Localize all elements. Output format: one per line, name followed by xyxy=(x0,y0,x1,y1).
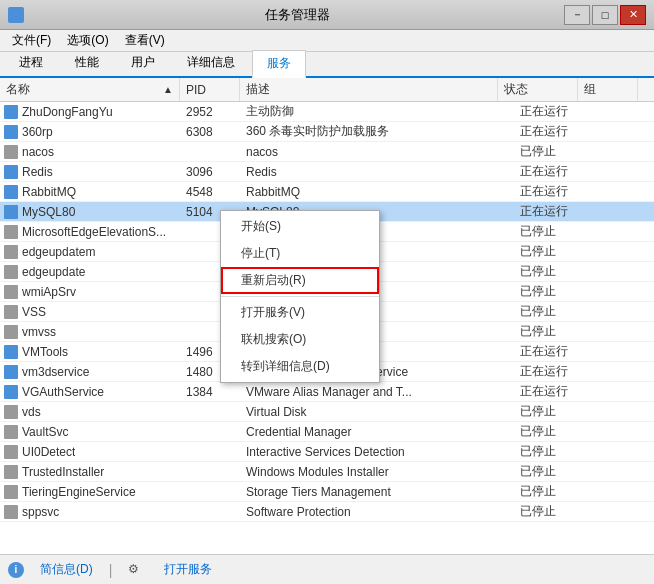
col-header-status[interactable]: 状态 xyxy=(498,78,578,101)
menu-file[interactable]: 文件(F) xyxy=(4,30,59,51)
tab-detail[interactable]: 详细信息 xyxy=(172,49,250,76)
main-content: 名称 ▲ PID 描述 状态 组 ZhuDongFangYu 2952 主动防御… xyxy=(0,78,654,554)
cell-status: 已停止 xyxy=(514,503,594,520)
table-header: 名称 ▲ PID 描述 状态 组 xyxy=(0,78,654,102)
cell-status: 正在运行 xyxy=(514,383,594,400)
table-row[interactable]: TieringEngineService Storage Tiers Manag… xyxy=(0,482,654,502)
table-row[interactable]: Redis 3096 Redis 正在运行 xyxy=(0,162,654,182)
tab-performance[interactable]: 性能 xyxy=(60,49,114,76)
cell-status: 正在运行 xyxy=(514,203,594,220)
service-icon xyxy=(4,225,18,239)
service-icon xyxy=(4,385,18,399)
menu-view[interactable]: 查看(V) xyxy=(117,30,173,51)
cell-status: 正在运行 xyxy=(514,163,594,180)
table-row[interactable]: sppsvc Software Protection 已停止 xyxy=(0,502,654,522)
ctx-search[interactable]: 联机搜索(O) xyxy=(221,326,379,353)
cell-pid: 2952 xyxy=(180,105,240,119)
simple-info-link[interactable]: 简信息(D) xyxy=(40,561,93,578)
table-row[interactable]: VGAuthService 1384 VMware Alias Manager … xyxy=(0,382,654,402)
service-icon xyxy=(4,205,18,219)
cell-status: 正在运行 xyxy=(514,103,594,120)
table-row[interactable]: vds Virtual Disk 已停止 xyxy=(0,402,654,422)
service-icon xyxy=(4,245,18,259)
cell-name: Redis xyxy=(0,165,180,179)
cell-status: 正在运行 xyxy=(514,123,594,140)
tab-process[interactable]: 进程 xyxy=(4,49,58,76)
ctx-stop[interactable]: 停止(T) xyxy=(221,240,379,267)
cell-status: 正在运行 xyxy=(514,363,594,380)
cell-name: wmiApSrv xyxy=(0,285,180,299)
app-icon xyxy=(8,7,24,23)
cell-name: edgeupdate xyxy=(0,265,180,279)
cell-desc: Credential Manager xyxy=(240,425,514,439)
table-row[interactable]: nacos nacos 已停止 xyxy=(0,142,654,162)
gear-icon: ⚙ xyxy=(128,562,144,578)
table-row[interactable]: TrustedInstaller Windows Modules Install… xyxy=(0,462,654,482)
maximize-button[interactable]: □ xyxy=(592,5,618,25)
cell-status: 已停止 xyxy=(514,443,594,460)
close-button[interactable]: ✕ xyxy=(620,5,646,25)
cell-status: 已停止 xyxy=(514,323,594,340)
tab-users[interactable]: 用户 xyxy=(116,49,170,76)
cell-name: MicrosoftEdgeElevationS... xyxy=(0,225,180,239)
service-icon xyxy=(4,485,18,499)
service-icon xyxy=(4,325,18,339)
cell-name: sppsvc xyxy=(0,505,180,519)
cell-desc: Virtual Disk xyxy=(240,405,514,419)
col-header-pid[interactable]: PID xyxy=(180,78,240,101)
ctx-goto-detail[interactable]: 转到详细信息(D) xyxy=(221,353,379,380)
table-row[interactable]: RabbitMQ 4548 RabbitMQ 正在运行 xyxy=(0,182,654,202)
col-header-desc[interactable]: 描述 xyxy=(240,78,498,101)
service-icon xyxy=(4,185,18,199)
window-controls: － □ ✕ xyxy=(564,5,646,25)
service-icon xyxy=(4,105,18,119)
cell-pid: 6308 xyxy=(180,125,240,139)
cell-name: MySQL80 xyxy=(0,205,180,219)
cell-desc: Redis xyxy=(240,165,514,179)
service-icon xyxy=(4,285,18,299)
cell-name: nacos xyxy=(0,145,180,159)
ctx-open-service[interactable]: 打开服务(V) xyxy=(221,299,379,326)
ctx-restart[interactable]: 重新启动(R) xyxy=(221,267,379,294)
cell-desc: 360 杀毒实时防护加载服务 xyxy=(240,123,514,140)
cell-name: vds xyxy=(0,405,180,419)
col-header-group[interactable]: 组 xyxy=(578,78,638,101)
context-menu: 开始(S) 停止(T) 重新启动(R) 打开服务(V) 联机搜索(O) 转到详细… xyxy=(220,210,380,383)
cell-name: VSS xyxy=(0,305,180,319)
service-icon xyxy=(4,425,18,439)
table-row[interactable]: UI0Detect Interactive Services Detection… xyxy=(0,442,654,462)
table-row[interactable]: 360rp 6308 360 杀毒实时防护加载服务 正在运行 xyxy=(0,122,654,142)
cell-desc: nacos xyxy=(240,145,514,159)
status-separator: | xyxy=(109,562,113,578)
menu-options[interactable]: 选项(O) xyxy=(59,30,116,51)
cell-pid: 1384 xyxy=(180,385,240,399)
open-service-link[interactable]: 打开服务 xyxy=(164,561,212,578)
col-header-name[interactable]: 名称 ▲ xyxy=(0,78,180,101)
title-bar: 任务管理器 － □ ✕ xyxy=(0,0,654,30)
tab-services[interactable]: 服务 xyxy=(252,50,306,78)
info-icon: i xyxy=(8,562,24,578)
cell-status: 已停止 xyxy=(514,243,594,260)
cell-status: 正在运行 xyxy=(514,183,594,200)
cell-status: 已停止 xyxy=(514,423,594,440)
tab-bar: 进程 性能 用户 详细信息 服务 xyxy=(0,52,654,78)
service-icon xyxy=(4,405,18,419)
ctx-start[interactable]: 开始(S) xyxy=(221,213,379,240)
cell-name: VaultSvc xyxy=(0,425,180,439)
cell-name: RabbitMQ xyxy=(0,185,180,199)
cell-name: UI0Detect xyxy=(0,445,180,459)
service-icon xyxy=(4,305,18,319)
sort-icon-name: ▲ xyxy=(163,84,173,95)
cell-name: VGAuthService xyxy=(0,385,180,399)
minimize-button[interactable]: － xyxy=(564,5,590,25)
table-row[interactable]: ZhuDongFangYu 2952 主动防御 正在运行 xyxy=(0,102,654,122)
cell-status: 已停止 xyxy=(514,143,594,160)
cell-desc: Interactive Services Detection xyxy=(240,445,514,459)
service-icon xyxy=(4,125,18,139)
cell-name: ZhuDongFangYu xyxy=(0,105,180,119)
cell-desc: 主动防御 xyxy=(240,103,514,120)
table-row[interactable]: VaultSvc Credential Manager 已停止 xyxy=(0,422,654,442)
service-icon xyxy=(4,445,18,459)
cell-status: 已停止 xyxy=(514,403,594,420)
cell-name: TieringEngineService xyxy=(0,485,180,499)
